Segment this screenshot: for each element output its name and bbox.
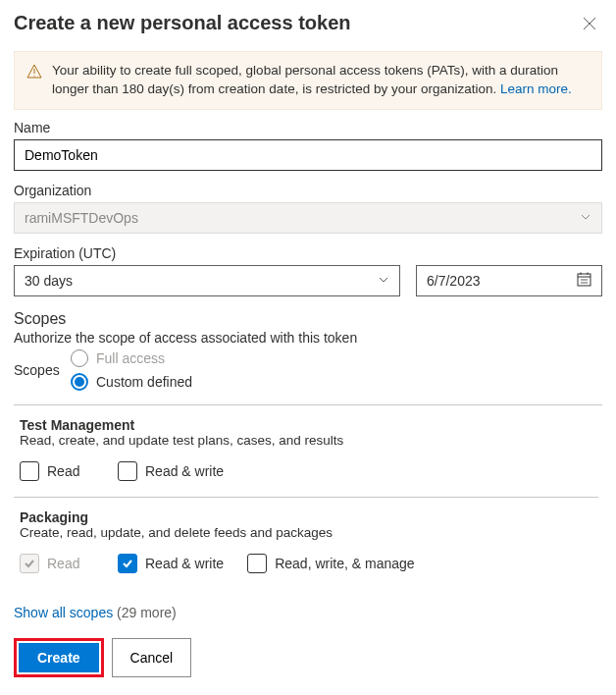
scope-permission-label: Read: [47, 556, 79, 571]
scope-radio-custom[interactable]: Custom defined: [71, 373, 192, 391]
expiration-date-input[interactable]: 6/7/2023: [416, 265, 602, 296]
radio-icon: [71, 349, 88, 367]
calendar-icon: [577, 272, 591, 290]
scope-group-title: Test Management: [20, 417, 594, 433]
scope-group: PackagingCreate, read, update, and delet…: [14, 498, 598, 589]
scope-group-title: Packaging: [20, 509, 594, 525]
expiration-duration-value: 30 days: [25, 273, 73, 289]
checkbox-icon: [20, 461, 39, 481]
chevron-down-icon: [378, 273, 389, 289]
scopes-subheading: Authorize the scope of access associated…: [14, 330, 602, 346]
organization-value: ramiMSFTDevOps: [25, 210, 138, 226]
organization-label: Organization: [14, 183, 602, 198]
scope-permission-label: Read: [47, 463, 79, 479]
create-button[interactable]: Create: [19, 643, 99, 672]
scope-permission-checkbox[interactable]: Read: [20, 461, 94, 481]
name-label: Name: [14, 120, 602, 135]
notice-text: Your ability to create full scoped, glob…: [52, 62, 590, 99]
show-all-scopes-link[interactable]: Show all scopes: [14, 605, 113, 620]
scope-radio-full[interactable]: Full access: [71, 349, 192, 367]
checkbox-icon: [247, 554, 267, 573]
scopes-heading: Scopes: [14, 310, 602, 328]
scope-permission-label: Read, write, & manage: [275, 556, 414, 571]
checkbox-icon: [20, 554, 39, 573]
scope-permission-checkbox[interactable]: Read & write: [118, 461, 224, 481]
restriction-notice: Your ability to create full scoped, glob…: [14, 51, 602, 110]
scopes-scroll-region[interactable]: Test ManagementRead, create, and update …: [14, 404, 602, 591]
expiration-duration-select[interactable]: 30 days: [14, 265, 400, 296]
expiration-label: Expiration (UTC): [14, 245, 602, 261]
scopes-label: Scopes: [14, 362, 71, 378]
chevron-down-icon: [580, 210, 591, 226]
organization-select[interactable]: ramiMSFTDevOps: [14, 202, 602, 234]
expiration-date-value: 6/7/2023: [427, 273, 481, 289]
scope-permission-label: Read & write: [145, 556, 224, 571]
create-button-highlight: Create: [14, 638, 104, 677]
warning-icon: [26, 64, 42, 99]
scope-group-desc: Create, read, update, and delete feeds a…: [20, 525, 594, 540]
show-all-scopes: Show all scopes (29 more): [14, 605, 602, 620]
scope-permission-checkbox: Read: [20, 554, 94, 573]
show-all-scopes-count: (29 more): [117, 605, 177, 620]
radio-icon: [71, 373, 88, 391]
cancel-button[interactable]: Cancel: [112, 638, 192, 677]
scope-permission-checkbox[interactable]: Read & write: [118, 554, 224, 573]
scope-radio-full-label: Full access: [96, 350, 165, 366]
dialog-title: Create a new personal access token: [14, 12, 351, 34]
close-button[interactable]: [577, 12, 602, 37]
scope-group-desc: Read, create, and update test plans, cas…: [20, 433, 594, 448]
learn-more-link[interactable]: Learn more.: [500, 81, 572, 96]
scope-group: Test ManagementRead, create, and update …: [14, 405, 598, 498]
scope-radio-custom-label: Custom defined: [96, 374, 192, 390]
checkbox-icon: [118, 554, 137, 573]
scope-permission-label: Read & write: [145, 463, 224, 479]
checkbox-icon: [118, 461, 137, 481]
svg-point-1: [33, 75, 34, 76]
scope-permission-checkbox[interactable]: Read, write, & manage: [247, 554, 414, 573]
name-input[interactable]: [14, 139, 602, 171]
close-icon: [583, 17, 596, 30]
